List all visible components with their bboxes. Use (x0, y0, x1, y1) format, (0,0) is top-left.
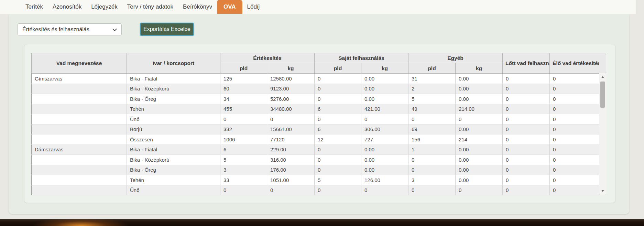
cell-sajat-pld: 6 (315, 104, 361, 114)
tab-ova[interactable]: OVA (217, 0, 242, 14)
cell-egyeb-kg: 0.00 (456, 175, 503, 185)
subcol-ertekesites-pld[interactable]: pld (220, 63, 267, 74)
report-type-select-value: Értékesítés és felhasználás (22, 26, 89, 33)
cell-sajat-kg: 0.00 (361, 144, 408, 155)
cell-ertekesites-kg: 12580.00 (267, 74, 315, 84)
cell-egyeb-pld: 49 (408, 104, 456, 114)
tab-teríték[interactable]: Teríték (21, 0, 48, 14)
export-excel-button[interactable]: Exportálás Excelbe (140, 23, 194, 36)
cell-ertekesites-kg: 5276.00 (267, 94, 315, 104)
cell-egyeb-pld: 156 (408, 134, 456, 145)
col-header-elo-vad-ertekesites[interactable]: Élő vad értékesítés... (550, 53, 599, 74)
cell-sajat-kg: 0 (361, 185, 408, 195)
cell-ertekesites-kg: 34480.00 (267, 104, 315, 114)
tab-azonosítók[interactable]: Azonosítók (48, 0, 86, 14)
tab-terv-tény-adatok[interactable]: Terv / tény adatok (122, 0, 178, 14)
cell-ivar-korcsoport: Borjú (127, 124, 220, 134)
cell-egyeb-pld: 2 (408, 84, 456, 94)
cell-egyeb-kg: 0.00 (456, 165, 503, 175)
col-header-lott-vad-felhasznalas[interactable]: Lőtt vad felhaszn... (503, 53, 550, 74)
cell-vad-megnevezese (32, 165, 127, 175)
cell-ertekesites-kg: 15661.00 (267, 124, 315, 134)
cell-lott-vad: 0 (503, 94, 550, 104)
tab-lőjegyzék[interactable]: Lőjegyzék (86, 0, 122, 14)
table-body: Gímszarvas Bika - Fiatal 125 12580.00 0 … (32, 74, 599, 195)
cell-sajat-kg: 0.00 (361, 84, 408, 94)
cell-elo-vad: 0 (550, 94, 599, 104)
cell-egyeb-pld: 0 (408, 165, 456, 175)
cell-ertekesites-kg: 0 (267, 114, 315, 125)
cell-ivar-korcsoport: Bika - Öreg (127, 94, 220, 104)
cell-vad-megnevezese (32, 104, 127, 114)
tab-list: TerítékAzonosítókLőjegyzékTerv / tény ad… (21, 0, 264, 14)
cell-lott-vad: 0 (503, 155, 550, 165)
cell-ertekesites-pld: 332 (220, 124, 267, 134)
cell-ivar-korcsoport: Bika - Fiatal (127, 144, 220, 155)
cell-elo-vad: 0 (550, 84, 599, 94)
subcol-ertekesites-kg[interactable]: kg (267, 63, 315, 74)
cell-lott-vad: 0 (503, 144, 550, 155)
table-header: Vad megnevezése Ivar / korcsoport Értéke… (32, 53, 599, 74)
subcol-sajat-pld[interactable]: pld (315, 63, 361, 74)
subcol-sajat-kg[interactable]: kg (361, 63, 408, 74)
cell-ertekesites-kg: 229.00 (267, 144, 315, 155)
cell-elo-vad: 0 (550, 144, 599, 155)
col-group-egyeb[interactable]: Egyéb (408, 53, 503, 63)
cell-sajat-pld: 0 (315, 165, 361, 175)
cell-lott-vad: 0 (503, 175, 550, 185)
col-header-vad-megnevezese[interactable]: Vad megnevezése (32, 53, 127, 74)
cell-vad-megnevezese (32, 114, 127, 125)
cell-elo-vad: 0 (550, 114, 599, 125)
table-row: Összesen 1006 77120 12 727 156 214 0 0 (32, 134, 599, 145)
cell-sajat-kg: 727 (361, 134, 408, 145)
tab-beírókönyv[interactable]: Beírókönyv (178, 0, 217, 14)
table-row: Ünő 0 0 0 0 0 0 0 0 (32, 114, 599, 125)
cell-ivar-korcsoport: Ünő (127, 185, 220, 195)
cell-vad-megnevezese (32, 185, 127, 195)
cell-egyeb-kg: 0.00 (456, 155, 503, 165)
table-row: Tehén 33 1051.00 5 126.00 3 0.00 0 0 (32, 175, 599, 185)
cell-egyeb-kg: 0.00 (456, 74, 503, 84)
vertical-scrollbar[interactable] (599, 73, 606, 195)
cell-sajat-pld: 0 (315, 155, 361, 165)
tab-lődíj[interactable]: Lődíj (242, 0, 265, 14)
col-group-sajat-felhasznalas[interactable]: Saját felhasználás (315, 53, 408, 63)
cell-elo-vad: 0 (550, 104, 599, 114)
cell-egyeb-kg: 0 (456, 185, 503, 195)
cell-egyeb-pld: 0 (408, 114, 456, 125)
cell-lott-vad: 0 (503, 165, 550, 175)
table-row: Tehén 455 34480.00 6 421.00 49 214.00 0 … (32, 104, 599, 114)
table-row: Gímszarvas Bika - Fiatal 125 12580.00 0 … (32, 74, 599, 84)
scrollbar-thumb[interactable] (600, 82, 605, 108)
cell-sajat-kg: 0.00 (361, 165, 408, 175)
cell-sajat-pld: 0 (315, 74, 361, 84)
report-type-select[interactable]: Értékesítés és felhasználás (18, 23, 122, 35)
cell-egyeb-pld: 5 (408, 94, 456, 104)
cell-ivar-korcsoport: Bika - Középkorú (127, 84, 220, 94)
subcol-egyeb-pld[interactable]: pld (408, 63, 456, 74)
cell-ertekesites-pld: 5 (220, 155, 267, 165)
cell-egyeb-pld: 1 (408, 144, 456, 155)
cell-ertekesites-kg: 0 (267, 185, 315, 195)
cell-ertekesites-pld: 60 (220, 84, 267, 94)
scroll-down-button[interactable] (599, 188, 606, 194)
background-photo-bottom-strip (0, 219, 644, 226)
tab-bar: TerítékAzonosítókLőjegyzékTerv / tény ad… (0, 0, 636, 14)
table-row: Bika - Középkorú 60 9123.00 0 0.00 2 0.0… (32, 84, 599, 94)
cell-sajat-pld: 0 (315, 114, 361, 125)
cell-ertekesites-kg: 77120 (267, 134, 315, 145)
table-row: Borjú 332 15661.00 6 306.00 69 0.00 0 0 (32, 124, 599, 134)
cell-vad-megnevezese (32, 134, 127, 145)
cell-egyeb-kg: 214 (456, 134, 503, 145)
table-row: Bika - Öreg 34 5276.00 0 0.00 5 0.00 0 0 (32, 94, 599, 104)
col-group-ertekesites[interactable]: Értékesítés (220, 53, 315, 63)
table-row: Dámszarvas Bika - Fiatal 6 229.00 0 0.00… (32, 144, 599, 155)
cell-vad-megnevezese (32, 94, 127, 104)
col-header-ivar-korcsoport[interactable]: Ivar / korcsoport (127, 53, 220, 74)
chevron-down-icon (112, 27, 117, 31)
triangle-down-icon (601, 190, 604, 192)
cell-egyeb-kg: 0.00 (456, 144, 503, 155)
cell-lott-vad: 0 (503, 124, 550, 134)
scroll-up-button[interactable] (599, 74, 606, 80)
subcol-egyeb-kg[interactable]: kg (456, 63, 503, 74)
